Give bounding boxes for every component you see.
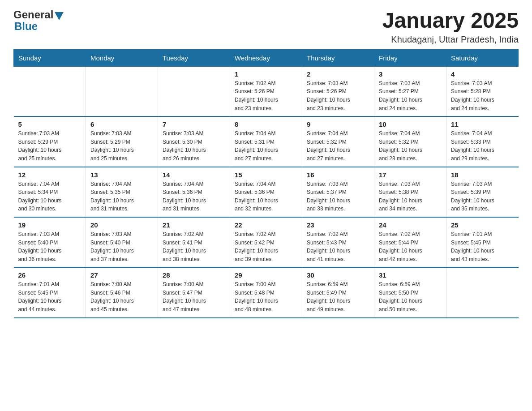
day-info: Sunrise: 7:03 AM Sunset: 5:29 PM Dayligh… [90, 129, 153, 163]
day-info: Sunrise: 7:03 AM Sunset: 5:37 PM Dayligh… [307, 180, 369, 213]
day-number: 9 [307, 120, 369, 128]
calendar-cell: 20Sunrise: 7:03 AM Sunset: 5:40 PM Dayli… [86, 217, 158, 267]
calendar-cell: 6Sunrise: 7:03 AM Sunset: 5:29 PM Daylig… [86, 116, 158, 167]
calendar-cell: 18Sunrise: 7:03 AM Sunset: 5:39 PM Dayli… [446, 167, 519, 217]
calendar-cell: 4Sunrise: 7:03 AM Sunset: 5:28 PM Daylig… [446, 66, 519, 116]
day-number: 27 [90, 271, 153, 279]
day-number: 18 [451, 171, 514, 179]
day-number: 7 [163, 120, 225, 128]
logo-triangle-icon [55, 12, 64, 20]
calendar-cell: 24Sunrise: 7:02 AM Sunset: 5:44 PM Dayli… [374, 217, 446, 267]
calendar-week-row: 5Sunrise: 7:03 AM Sunset: 5:29 PM Daylig… [14, 116, 519, 167]
day-info: Sunrise: 7:03 AM Sunset: 5:29 PM Dayligh… [18, 129, 82, 163]
day-info: Sunrise: 7:01 AM Sunset: 5:45 PM Dayligh… [18, 280, 82, 313]
day-info: Sunrise: 7:02 AM Sunset: 5:26 PM Dayligh… [235, 79, 297, 112]
calendar-cell: 23Sunrise: 7:02 AM Sunset: 5:43 PM Dayli… [302, 217, 374, 267]
day-info: Sunrise: 7:04 AM Sunset: 5:36 PM Dayligh… [163, 180, 225, 213]
day-header-monday: Monday [86, 49, 158, 66]
calendar-cell: 11Sunrise: 7:04 AM Sunset: 5:33 PM Dayli… [446, 116, 519, 167]
calendar-cell: 2Sunrise: 7:03 AM Sunset: 5:26 PM Daylig… [302, 66, 374, 116]
calendar-cell: 17Sunrise: 7:03 AM Sunset: 5:38 PM Dayli… [374, 167, 446, 217]
calendar-week-row: 19Sunrise: 7:03 AM Sunset: 5:40 PM Dayli… [14, 217, 519, 267]
calendar-cell: 25Sunrise: 7:01 AM Sunset: 5:45 PM Dayli… [446, 217, 519, 267]
day-info: Sunrise: 7:02 AM Sunset: 5:41 PM Dayligh… [163, 230, 225, 263]
day-number: 25 [451, 221, 514, 229]
calendar-cell [158, 66, 230, 116]
day-info: Sunrise: 7:04 AM Sunset: 5:35 PM Dayligh… [90, 180, 153, 213]
calendar-cell: 15Sunrise: 7:04 AM Sunset: 5:36 PM Dayli… [230, 167, 302, 217]
day-number: 5 [18, 120, 82, 128]
calendar-cell: 16Sunrise: 7:03 AM Sunset: 5:37 PM Dayli… [302, 167, 374, 217]
day-number: 31 [379, 271, 442, 279]
day-info: Sunrise: 7:03 AM Sunset: 5:27 PM Dayligh… [379, 79, 442, 112]
calendar-cell: 14Sunrise: 7:04 AM Sunset: 5:36 PM Dayli… [158, 167, 230, 217]
day-number: 17 [379, 171, 442, 179]
calendar-cell: 30Sunrise: 6:59 AM Sunset: 5:49 PM Dayli… [302, 267, 374, 317]
title-block: January 2025 Khudaganj, Uttar Pradesh, I… [382, 9, 519, 45]
calendar-cell: 31Sunrise: 6:59 AM Sunset: 5:50 PM Dayli… [374, 267, 446, 317]
page-header: General Blue January 2025 Khudaganj, Utt… [13, 9, 519, 45]
calendar-cell: 5Sunrise: 7:03 AM Sunset: 5:29 PM Daylig… [14, 116, 86, 167]
day-info: Sunrise: 7:02 AM Sunset: 5:42 PM Dayligh… [235, 230, 297, 263]
calendar-cell: 10Sunrise: 7:04 AM Sunset: 5:32 PM Dayli… [374, 116, 446, 167]
calendar-cell [14, 66, 86, 116]
calendar-cell: 1Sunrise: 7:02 AM Sunset: 5:26 PM Daylig… [230, 66, 302, 116]
day-header-saturday: Saturday [446, 49, 519, 66]
day-number: 4 [451, 70, 514, 78]
day-number: 8 [235, 120, 297, 128]
logo-blue-text: Blue [14, 21, 64, 32]
day-info: Sunrise: 7:03 AM Sunset: 5:26 PM Dayligh… [307, 79, 369, 112]
day-number: 28 [163, 271, 225, 279]
logo: General Blue [13, 9, 64, 33]
day-info: Sunrise: 7:03 AM Sunset: 5:40 PM Dayligh… [18, 230, 82, 263]
month-title: January 2025 [382, 9, 519, 33]
day-info: Sunrise: 6:59 AM Sunset: 5:49 PM Dayligh… [307, 280, 369, 313]
day-number: 6 [90, 120, 153, 128]
calendar-table: SundayMondayTuesdayWednesdayThursdayFrid… [13, 49, 519, 318]
day-number: 12 [18, 171, 82, 179]
day-number: 23 [307, 221, 369, 229]
day-number: 20 [90, 221, 153, 229]
calendar-week-row: 26Sunrise: 7:01 AM Sunset: 5:45 PM Dayli… [14, 267, 519, 317]
day-info: Sunrise: 7:03 AM Sunset: 5:39 PM Dayligh… [451, 180, 514, 213]
day-number: 22 [235, 221, 297, 229]
day-number: 3 [379, 70, 442, 78]
calendar-cell: 8Sunrise: 7:04 AM Sunset: 5:31 PM Daylig… [230, 116, 302, 167]
day-info: Sunrise: 7:01 AM Sunset: 5:45 PM Dayligh… [451, 230, 514, 263]
day-number: 26 [18, 271, 82, 279]
day-number: 24 [379, 221, 442, 229]
day-header-wednesday: Wednesday [230, 49, 302, 66]
day-info: Sunrise: 7:03 AM Sunset: 5:40 PM Dayligh… [90, 230, 153, 263]
day-number: 14 [163, 171, 225, 179]
day-number: 2 [307, 70, 369, 78]
day-number: 10 [379, 120, 442, 128]
day-number: 19 [18, 221, 82, 229]
calendar-cell [86, 66, 158, 116]
calendar-cell: 29Sunrise: 7:00 AM Sunset: 5:48 PM Dayli… [230, 267, 302, 317]
day-number: 13 [90, 171, 153, 179]
day-number: 29 [235, 271, 297, 279]
calendar-header-row: SundayMondayTuesdayWednesdayThursdayFrid… [14, 49, 519, 66]
day-info: Sunrise: 7:02 AM Sunset: 5:43 PM Dayligh… [307, 230, 369, 263]
calendar-week-row: 1Sunrise: 7:02 AM Sunset: 5:26 PM Daylig… [14, 66, 519, 116]
calendar-cell: 22Sunrise: 7:02 AM Sunset: 5:42 PM Dayli… [230, 217, 302, 267]
day-info: Sunrise: 7:04 AM Sunset: 5:32 PM Dayligh… [379, 129, 442, 163]
calendar-cell: 28Sunrise: 7:00 AM Sunset: 5:47 PM Dayli… [158, 267, 230, 317]
day-header-tuesday: Tuesday [158, 49, 230, 66]
day-number: 30 [307, 271, 369, 279]
day-info: Sunrise: 7:02 AM Sunset: 5:44 PM Dayligh… [379, 230, 442, 263]
day-info: Sunrise: 7:00 AM Sunset: 5:47 PM Dayligh… [163, 280, 225, 313]
day-number: 16 [307, 171, 369, 179]
day-info: Sunrise: 7:03 AM Sunset: 5:28 PM Dayligh… [451, 79, 514, 112]
day-number: 21 [163, 221, 225, 229]
day-info: Sunrise: 7:04 AM Sunset: 5:31 PM Dayligh… [235, 129, 297, 163]
calendar-cell: 3Sunrise: 7:03 AM Sunset: 5:27 PM Daylig… [374, 66, 446, 116]
day-info: Sunrise: 7:00 AM Sunset: 5:48 PM Dayligh… [235, 280, 297, 313]
day-info: Sunrise: 7:00 AM Sunset: 5:46 PM Dayligh… [90, 280, 153, 313]
calendar-cell: 9Sunrise: 7:04 AM Sunset: 5:32 PM Daylig… [302, 116, 374, 167]
calendar-cell: 12Sunrise: 7:04 AM Sunset: 5:34 PM Dayli… [14, 167, 86, 217]
calendar-cell: 13Sunrise: 7:04 AM Sunset: 5:35 PM Dayli… [86, 167, 158, 217]
calendar-cell [446, 267, 519, 317]
day-info: Sunrise: 7:03 AM Sunset: 5:30 PM Dayligh… [163, 129, 225, 163]
calendar-cell: 7Sunrise: 7:03 AM Sunset: 5:30 PM Daylig… [158, 116, 230, 167]
